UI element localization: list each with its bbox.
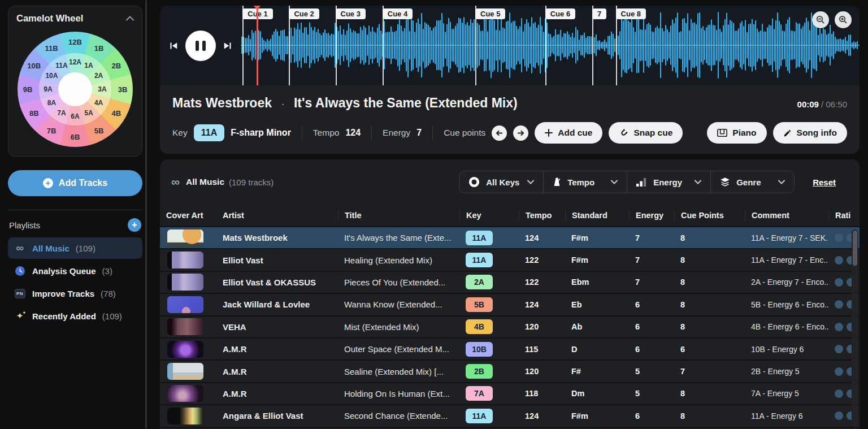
camelot-segment-label[interactable]: 6A — [71, 112, 79, 120]
camelot-segment-label[interactable]: 10B — [27, 62, 41, 70]
camelot-segment-label[interactable]: 8A — [47, 99, 56, 107]
snap-cue-button[interactable]: Snap cue — [609, 122, 683, 144]
previous-track-button[interactable] — [167, 40, 179, 52]
camelot-segment-label[interactable]: 11B — [45, 44, 58, 53]
rating-dot[interactable] — [835, 345, 843, 353]
column-header-comment[interactable]: Comment — [745, 210, 828, 221]
cover-art — [167, 274, 203, 291]
zoom-in-icon[interactable] — [835, 11, 852, 28]
rating-dot[interactable] — [835, 367, 843, 376]
camelot-segment-label[interactable]: 4B — [111, 109, 121, 118]
rating-dot[interactable] — [835, 233, 843, 242]
infinity-icon: ∞ — [14, 244, 26, 252]
cue-label-2[interactable]: Cue 2 — [289, 8, 319, 19]
table-header: Cover ArtArtistTitleKeyTempoStandardEner… — [160, 205, 860, 227]
camelot-segment-label[interactable]: 1B — [94, 44, 104, 53]
previous-cue-button[interactable] — [492, 125, 507, 141]
rating-dot[interactable] — [835, 278, 843, 287]
camelot-segment-label[interactable]: 5B — [94, 126, 104, 135]
sidebar-item-all-music[interactable]: ∞All Music(109) — [8, 237, 142, 259]
camelot-segment-label[interactable]: 3A — [98, 85, 106, 93]
camelot-segment-label[interactable]: 3B — [118, 85, 128, 94]
camelot-segment-label[interactable]: 9A — [44, 85, 52, 93]
track-row[interactable]: A.M.ROuter Space (Extended M...10B115D66… — [160, 339, 860, 361]
camelot-segment-label[interactable]: 8B — [29, 109, 39, 118]
camelot-segment-label[interactable]: 9B — [23, 85, 33, 94]
column-header-cover-art[interactable]: Cover Art — [160, 210, 216, 221]
divider — [371, 125, 372, 140]
track-row[interactable]: VEHAMist (Extended Mix)4B120Ab684B - Ene… — [160, 317, 860, 339]
chevron-up-icon[interactable] — [126, 16, 134, 21]
layers-icon — [720, 177, 730, 187]
filter-genre[interactable]: Genre — [710, 171, 794, 193]
track-row[interactable]: Angara & Elliot VastSecond Chance (Exten… — [160, 405, 860, 427]
cue-label-4[interactable]: Cue 4 — [383, 8, 413, 19]
rating-dot[interactable] — [835, 300, 843, 309]
track-row[interactable]: A.M.RSealine (Extended Mix) [...2B120F#5… — [160, 361, 860, 383]
cue-label-8[interactable]: Cue 8 — [616, 8, 646, 19]
track-standard-key: F# — [565, 367, 629, 376]
column-header-standard[interactable]: Standard — [565, 210, 629, 221]
sidebar-item-improve-tracks[interactable]: PNImprove Tracks(78) — [8, 283, 142, 304]
camelot-segment-label[interactable]: 10A — [45, 72, 58, 80]
next-cue-button[interactable] — [513, 125, 528, 141]
reset-filters-button[interactable]: Reset — [809, 177, 839, 188]
track-cover-cell — [160, 252, 216, 268]
track-row[interactable]: Jack Willard & LovleeWanna Know (Extende… — [160, 294, 860, 316]
track-comment: 4B - Energy 6 - Enco... — [745, 322, 828, 331]
camelot-segment-label[interactable]: 11A — [55, 62, 67, 70]
next-track-button[interactable] — [222, 40, 235, 52]
cue-label-6[interactable]: Cue 6 — [545, 8, 575, 19]
column-header-tempo[interactable]: Tempo — [519, 210, 565, 221]
column-header-title[interactable]: Title — [338, 210, 459, 221]
table-scrollbar-thumb[interactable] — [853, 231, 857, 266]
rating-dot[interactable] — [835, 411, 843, 420]
filter-tempo[interactable]: Tempo — [543, 171, 627, 193]
rating-dot[interactable] — [835, 389, 843, 398]
camelot-segment-label[interactable]: 4A — [94, 99, 103, 107]
camelot-segment-label[interactable]: 7A — [57, 109, 66, 117]
track-cover-cell — [160, 363, 216, 380]
sidebar-item-analysis-queue[interactable]: Analysis Queue(3) — [8, 260, 142, 281]
rating-dot[interactable] — [835, 323, 843, 331]
camelot-segment-label[interactable]: 12B — [68, 38, 82, 46]
zoom-out-icon[interactable] — [812, 11, 829, 28]
camelot-segment-label[interactable]: 5A — [84, 109, 93, 117]
piano-button[interactable]: Piano — [707, 122, 766, 144]
camelot-segment-label[interactable]: 7B — [47, 126, 57, 135]
camelot-segment-label[interactable]: 6B — [71, 133, 80, 141]
track-artist: A.M.R — [216, 389, 338, 398]
filter-energy[interactable]: Energy — [627, 171, 710, 193]
track-standard-key: Ebm — [565, 278, 629, 287]
track-row[interactable]: A.M.RHolding On Is Human (Ext...7A118Dm5… — [160, 383, 860, 405]
column-header-cue-points[interactable]: Cue Points — [674, 210, 745, 221]
sidebar-scrollbar[interactable] — [145, 0, 147, 429]
add-tracks-button[interactable]: + Add Tracks — [8, 170, 142, 196]
cue-label-5[interactable]: Cue 5 — [475, 8, 505, 19]
track-row[interactable]: Mats WestbroekIt's Always the Same (Exte… — [160, 227, 860, 249]
add-playlist-button[interactable]: + — [128, 218, 141, 232]
column-header-rati[interactable]: Rati — [828, 210, 860, 221]
rating-dot[interactable] — [835, 256, 843, 265]
camelot-segment-label[interactable]: 2B — [111, 62, 121, 70]
camelot-segment-label[interactable]: 1A — [84, 62, 93, 70]
column-header-energy[interactable]: Energy — [629, 210, 674, 221]
track-key-cell: 7A — [459, 386, 519, 401]
sidebar-item-recently-added[interactable]: ✦✦Recently Added(109) — [8, 305, 142, 327]
cue-label-7[interactable]: 7 — [592, 8, 606, 19]
column-header-key[interactable]: Key — [459, 210, 519, 221]
cue-label-3[interactable]: Cue 3 — [336, 8, 366, 19]
table-scrollbar[interactable] — [852, 229, 858, 427]
waveform[interactable]: Cue 1Cue 2Cue 3Cue 4Cue 5Cue 67Cue 8 — [241, 6, 860, 85]
camelot-segment-label[interactable]: 12A — [69, 58, 81, 66]
track-row[interactable]: Elliot Vast & OKASSUSPieces Of You (Exte… — [160, 272, 860, 294]
pause-button[interactable] — [185, 31, 216, 61]
playhead[interactable] — [257, 6, 258, 85]
song-info-button[interactable]: Song info — [773, 122, 847, 144]
camelot-segment-label[interactable]: 2A — [94, 72, 103, 80]
camelot-wheel[interactable]: 12B1B2B3B4B5B6B7B8B9B10B11B12A1A2A3A4A5A… — [18, 32, 133, 147]
column-header-artist[interactable]: Artist — [216, 210, 338, 221]
filter-all-keys[interactable]: All Keys — [459, 171, 543, 193]
add-cue-button[interactable]: Add cue — [535, 122, 602, 144]
track-row[interactable]: Elliot VastHealing (Extended Mix)11A122F… — [160, 249, 860, 271]
